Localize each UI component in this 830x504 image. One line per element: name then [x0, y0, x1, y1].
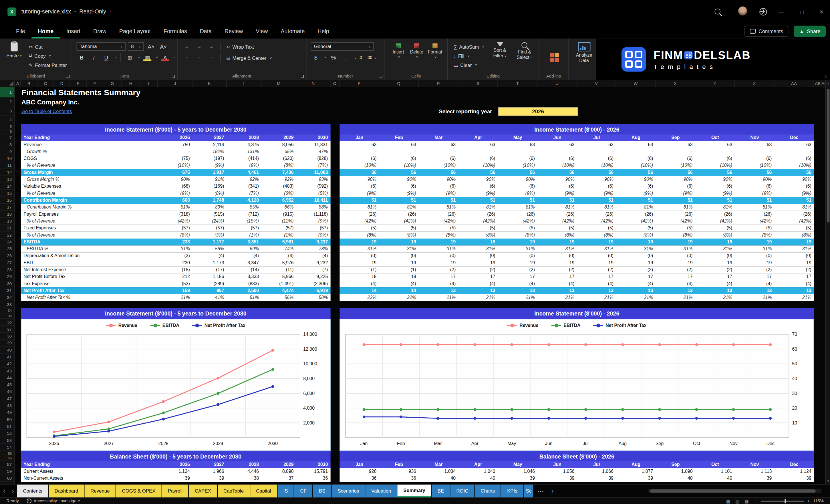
column-letter[interactable]: L	[227, 81, 262, 87]
cell[interactable]: 1,077	[616, 468, 656, 475]
column-letter[interactable]: O	[331, 81, 340, 87]
cell[interactable]: 1,040	[458, 468, 498, 475]
column-letter[interactable]: E	[70, 81, 87, 87]
cell[interactable]: (26)	[695, 211, 735, 218]
cell[interactable]: 19	[419, 259, 458, 266]
cell[interactable]: 17	[537, 274, 577, 280]
cell[interactable]: (1)	[379, 266, 419, 273]
cell[interactable]: (4)	[419, 280, 458, 287]
cell[interactable]: (57)	[227, 224, 262, 231]
cell[interactable]: Sep	[656, 461, 695, 468]
cell[interactable]: (10%)	[158, 162, 193, 169]
cell[interactable]: Oct	[695, 134, 735, 141]
cell[interactable]: 19	[340, 239, 379, 245]
cell[interactable]: 19	[577, 239, 616, 245]
cell[interactable]: (915)	[261, 211, 296, 218]
ribbon-tab-data[interactable]: Data	[193, 24, 218, 38]
cell[interactable]: (42%)	[537, 218, 577, 224]
cell[interactable]: 1,056	[537, 468, 577, 475]
row-number[interactable]: 54	[0, 444, 14, 451]
cell[interactable]: (42%)	[158, 218, 193, 224]
cell[interactable]: Apr	[458, 461, 498, 468]
cell[interactable]: (197)	[192, 155, 227, 162]
cell[interactable]: 90%	[158, 176, 193, 183]
grow-font-button[interactable]: A˄	[146, 42, 156, 51]
font-size-select[interactable]: 8˅	[128, 42, 144, 51]
cell[interactable]: (483)	[261, 183, 296, 190]
sheet-tab-sc[interactable]: Sc	[524, 484, 534, 497]
sheet-tab-be[interactable]: BE	[432, 484, 450, 497]
cell[interactable]: 47%	[296, 148, 331, 155]
cell[interactable]: Year Ending	[21, 461, 158, 468]
cell[interactable]: 63	[458, 141, 498, 148]
cell[interactable]: 83%	[192, 204, 227, 211]
cell[interactable]: 936	[379, 468, 419, 475]
cell[interactable]: (24%)	[192, 218, 227, 224]
dialog-launcher-icon[interactable]	[300, 75, 304, 78]
cell[interactable]: 19	[735, 239, 774, 245]
merge-center-button[interactable]: ⊟Merge & Center˅	[225, 54, 273, 63]
cell[interactable]: (68)	[158, 183, 193, 190]
cell[interactable]: 1,748	[192, 197, 227, 204]
sheet-tab-scenarios[interactable]: Scenarios	[332, 484, 365, 497]
borders-button[interactable]: ⊞	[125, 53, 135, 62]
collapse-ribbon-icon[interactable]: ˄	[824, 74, 827, 79]
cell[interactable]: 19	[498, 239, 537, 245]
cell[interactable]: (828)	[296, 155, 331, 162]
cell[interactable]: -	[537, 148, 577, 155]
copy-button[interactable]: ⧉Copy˅	[27, 52, 68, 61]
cell[interactable]: 11,003	[296, 169, 331, 176]
cell[interactable]: (9%)	[537, 190, 577, 197]
cell[interactable]: Jul	[577, 461, 616, 468]
cell[interactable]: 2027	[192, 134, 227, 141]
row-number[interactable]: 50	[0, 416, 14, 423]
sheet-tab-cogs-opex[interactable]: COGS & OPEX	[116, 484, 161, 497]
cell[interactable]: 2030	[296, 134, 331, 141]
cell[interactable]: -	[616, 148, 656, 155]
shrink-font-button[interactable]: A˅	[158, 42, 169, 51]
cell[interactable]: 17	[577, 274, 616, 280]
tab-scroll-left-icon[interactable]: ‹	[0, 487, 8, 495]
cell[interactable]: (0)	[379, 253, 419, 259]
cell[interactable]: (0%)	[296, 232, 331, 239]
cell[interactable]: (8%)	[656, 232, 695, 239]
ribbon-tab-formulas[interactable]: Formulas	[157, 24, 194, 38]
cell[interactable]: (10%)	[656, 162, 695, 169]
cell[interactable]: (42%)	[419, 218, 458, 224]
cell[interactable]: (9%)	[695, 190, 735, 197]
cell[interactable]: (6)	[458, 183, 498, 190]
delete-cells-button[interactable]: ▦ Delete˅	[408, 42, 425, 72]
cell[interactable]: 63	[774, 141, 814, 148]
fill-button[interactable]: ↓Fill˅	[452, 52, 486, 61]
cell[interactable]: 19	[656, 239, 695, 245]
cell[interactable]: (6)	[379, 183, 419, 190]
cell[interactable]: 1,090	[656, 468, 695, 475]
cell[interactable]: (4)	[695, 280, 735, 287]
sheet-tab-payroll[interactable]: Payroll	[162, 484, 189, 497]
new-sheet-button[interactable]: +	[547, 488, 558, 494]
cell[interactable]: 81%	[340, 204, 379, 211]
bold-button[interactable]: B	[76, 53, 87, 62]
cell[interactable]: 19	[537, 239, 577, 245]
cell[interactable]: 78%	[296, 245, 331, 252]
cell[interactable]: (57)	[296, 224, 331, 231]
column-letter[interactable]: K	[192, 81, 227, 87]
cell[interactable]: (5)	[577, 224, 616, 231]
cell[interactable]: 39	[616, 475, 656, 482]
cell[interactable]: (5)	[458, 224, 498, 231]
zoom-out-button[interactable]: −	[756, 499, 758, 503]
cell[interactable]: 17	[774, 274, 814, 280]
cell[interactable]: (42%)	[695, 218, 735, 224]
cell[interactable]: -	[158, 148, 193, 155]
cell[interactable]: 21%	[458, 294, 498, 301]
cell[interactable]: -	[577, 148, 616, 155]
add-ins-icon[interactable]	[549, 53, 558, 62]
cell[interactable]: Jun	[537, 134, 577, 141]
cell[interactable]: (6)	[340, 155, 379, 162]
cell[interactable]: (7)	[296, 266, 331, 273]
autosum-button[interactable]: ∑AutoSum˅	[452, 42, 486, 52]
cell[interactable]: Gross Margin	[21, 169, 158, 176]
cell[interactable]: 4,461	[227, 169, 262, 176]
scroll-down-icon[interactable]: ▼	[826, 479, 830, 482]
align-center-icon[interactable]: ≡	[194, 54, 204, 62]
